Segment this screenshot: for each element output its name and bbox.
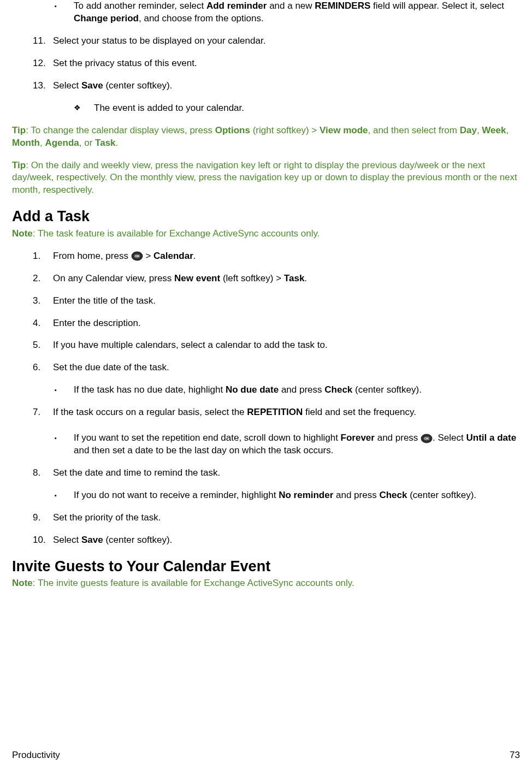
step-13: 13. Select Save (center softkey). (12, 80, 520, 92)
bold: Day (460, 125, 477, 135)
step-number: 3. (33, 295, 40, 307)
text: field will appear. Select it, select (370, 1, 504, 11)
step-number: 1. (33, 250, 40, 263)
text: and a new (267, 1, 315, 11)
text: , (477, 125, 482, 135)
bold: No due date (226, 384, 279, 395)
text: . (116, 138, 119, 148)
svg-text:OK: OK (424, 437, 429, 440)
text: field and set the frequency. (303, 407, 416, 417)
bold: Month (12, 138, 40, 148)
bold: Options (215, 125, 250, 135)
text: > (143, 251, 153, 261)
text: . Select (433, 433, 466, 443)
bold: Save (81, 80, 103, 91)
step-number: 10. (33, 534, 46, 547)
step-text: Set the due date of the task. (53, 362, 169, 372)
ok-key-icon: OK (421, 434, 433, 443)
bold: REPETITION (247, 407, 303, 417)
text: (center softkey). (352, 384, 422, 395)
text: , or (79, 138, 95, 148)
text: , (506, 125, 509, 135)
step-number: 7. (33, 406, 40, 419)
text: (center softkey). (103, 80, 173, 91)
note-label: Note (12, 578, 33, 588)
text: (center softkey). (407, 490, 476, 500)
step-number: 9. (33, 512, 40, 524)
heading-invite-guests: Invite Guests to Your Calendar Event (12, 556, 520, 576)
bold: Agenda (45, 138, 79, 148)
footer-section: Productivity (12, 749, 60, 762)
bold: Check (379, 490, 407, 500)
text: If the task has no due date, highlight (74, 384, 226, 395)
page-footer: Productivity 73 (12, 743, 520, 772)
step-text: Set the privacy status of this event. (53, 58, 197, 68)
result-note: The event is added to your calendar. (12, 102, 520, 115)
text: , and choose from the options. (139, 13, 264, 23)
step-text: Select your status to be displayed on yo… (53, 35, 265, 46)
tip-label: Tip (12, 160, 26, 170)
bold: View mode (320, 125, 368, 135)
text: The event is added to your calendar. (94, 103, 244, 113)
task-step-5: 5. If you have multiple calendars, selec… (12, 339, 520, 352)
text: If you do not want to receive a reminder… (74, 490, 279, 500)
text: and press (375, 433, 421, 443)
step-text: If you have multiple calendars, select a… (53, 340, 328, 350)
bold: New event (174, 273, 220, 283)
task-step-3: 3. Enter the title of the task. (12, 295, 520, 307)
step-text: Enter the title of the task. (53, 295, 156, 306)
bold: Check (324, 384, 352, 395)
bold: Add reminder (206, 1, 267, 11)
step-number: 4. (33, 317, 40, 330)
text: Select (53, 535, 81, 545)
text: If the task occurs on a regular basis, s… (53, 407, 247, 417)
task-step-10: 10. Select Save (center softkey). (12, 534, 520, 547)
task-step-9: 9. Set the priority of the task. (12, 512, 520, 524)
text: (right softkey) > (250, 125, 320, 135)
step-number: 13. (33, 80, 46, 92)
ok-key-icon: OK (131, 251, 143, 261)
step-number: 6. (33, 362, 40, 374)
text: Select (53, 80, 81, 91)
task-step-6-sub: If the task has no due date, highlight N… (12, 384, 520, 396)
text: : To change the calendar display views, … (26, 125, 215, 135)
step-text: Set the date and time to remind the task… (53, 467, 220, 478)
note-label: Note (12, 228, 33, 239)
heading-add-task: Add a Task (12, 206, 520, 226)
step-12: 12. Set the privacy status of this event… (12, 57, 520, 70)
step-11: 11. Select your status to be displayed o… (12, 35, 520, 48)
text: : The invite guests feature is available… (33, 578, 354, 588)
step-number: 5. (33, 339, 40, 352)
text: On any Calendar view, press (53, 273, 174, 283)
text: and then set a date to be the last day o… (74, 445, 333, 455)
page-number: 73 (510, 749, 520, 762)
task-step-7-sub: If you want to set the repetition end da… (12, 432, 520, 457)
bold: Calendar (153, 251, 193, 261)
task-step-2: 2. On any Calendar view, press New event… (12, 273, 520, 285)
text: and press (333, 490, 379, 500)
bold: Week (482, 125, 506, 135)
text: and press (279, 384, 324, 395)
note-invite: Note: The invite guests feature is avail… (12, 577, 520, 590)
text: : The task feature is available for Exch… (33, 228, 320, 239)
text: . (304, 273, 307, 283)
text: To add another reminder, select (74, 1, 206, 11)
bold: REMINDERS (315, 1, 370, 11)
text: . (193, 251, 196, 261)
text: From home, press (53, 251, 131, 261)
tip-navigation: Tip: On the daily and weekly view, press… (12, 159, 520, 197)
task-step-8: 8. Set the date and time to remind the t… (12, 467, 520, 479)
text: , and then select from (368, 125, 459, 135)
step-number: 8. (33, 467, 40, 479)
task-step-1: 1. From home, press OK > Calendar. (12, 250, 520, 263)
step-text: Set the priority of the task. (53, 512, 161, 523)
bold: Change period (74, 13, 139, 23)
note-task: Note: The task feature is available for … (12, 228, 520, 240)
bold: Until a date (466, 433, 516, 443)
bold: No reminder (279, 490, 333, 500)
page-content: To add another reminder, select Add remi… (12, 0, 520, 743)
tip-view-mode: Tip: To change the calendar display view… (12, 125, 520, 150)
step-number: 2. (33, 273, 40, 285)
text: : On the daily and weekly view, press th… (12, 160, 517, 196)
text: If you want to set the repetition end da… (74, 433, 341, 443)
